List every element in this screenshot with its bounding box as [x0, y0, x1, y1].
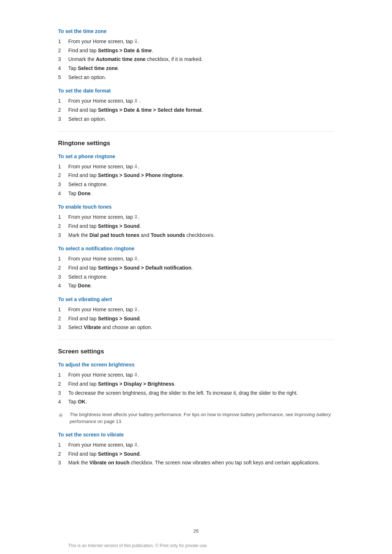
footer-text: This is an Internet version of this publ…: [0, 537, 276, 552]
step-item: 3 Unmark the Automatic time zone checkbo…: [58, 56, 334, 63]
apps-icon: ⠿: [134, 442, 138, 449]
ringtone-settings-section: Ringtone settings To set a phone rington…: [58, 140, 334, 332]
section-divider-2: [58, 340, 334, 340]
page-content: To set the time zone 1 From your Home sc…: [58, 0, 334, 521]
section-touch-tones: To enable touch tones 1 From your Home s…: [58, 204, 334, 239]
apps-icon: ⠿: [134, 98, 138, 105]
step-item: 3 Select a ringtone.: [58, 181, 334, 189]
section-vibrating-alert: To set a vibrating alert 1 From your Hom…: [58, 296, 334, 332]
heading-screen-vibrate: To set the screen to vibrate: [58, 432, 334, 438]
steps-date-format: 1 From your Home screen, tap ⠿ . 2 Find …: [58, 97, 334, 123]
step-item: 3 Select an option.: [58, 115, 334, 123]
step-item: 2 Find and tap Settings > Sound.: [58, 315, 334, 323]
step-item: 2 Find and tap Settings > Sound.: [58, 450, 334, 458]
step-item: 3 To decrease the screen brightness, dra…: [58, 389, 334, 397]
section-notification-ringtone: To select a notification ringtone 1 From…: [58, 246, 334, 290]
step-item: 3 Mark the Dial pad touch tones and Touc…: [58, 231, 334, 239]
step-item: 4 Tap Done.: [58, 282, 334, 290]
heading-touch-tones: To enable touch tones: [58, 204, 334, 210]
step-item: 2 Find and tap Settings > Date & time.: [58, 47, 334, 55]
step-item: 1 From your Home screen, tap ⠿ .: [58, 97, 334, 105]
screen-settings-section: Screen settings To adjust the screen bri…: [58, 348, 334, 467]
heading-date-format: To set the date format: [58, 88, 334, 94]
step-item: 1 From your Home screen, tap ⠿.: [58, 38, 334, 46]
step-item: 2 Find and tap Settings > Date & time > …: [58, 106, 334, 114]
apps-icon: ⠿: [134, 307, 138, 313]
steps-phone-ringtone: 1 From your Home screen, tap ⠿. 2 Find a…: [58, 163, 334, 198]
tip-box-brightness: ✳ The brightness level affects your batt…: [58, 411, 334, 425]
heading-notification-ringtone: To select a notification ringtone: [58, 246, 334, 251]
tip-icon: ✳: [58, 411, 67, 419]
step-item: 3 Select Vibrate and choose an option.: [58, 324, 334, 332]
steps-time-zone: 1 From your Home screen, tap ⠿. 2 Find a…: [58, 38, 334, 81]
ringtone-settings-title: Ringtone settings: [58, 140, 334, 147]
apps-icon: ⠿: [134, 214, 138, 221]
heading-screen-brightness: To adjust the screen brightness: [58, 362, 334, 368]
steps-vibrating-alert: 1 From your Home screen, tap ⠿. 2 Find a…: [58, 306, 334, 332]
step-item: 1 From your Home screen, tap ⠿.: [58, 306, 334, 314]
step-item: 2 Find and tap Settings > Display > Brig…: [58, 380, 334, 388]
step-item: 1 From your Home screen, tap ⠿.: [58, 441, 334, 449]
step-item: 4 Tap Select time zone.: [58, 65, 334, 73]
steps-touch-tones: 1 From your Home screen, tap ⠿. 2 Find a…: [58, 213, 334, 239]
apps-icon: ⠿: [134, 164, 138, 171]
steps-screen-brightness: 1 From your Home screen, tap ⠿. 2 Find a…: [58, 371, 334, 406]
step-item: 3 Mark the Vibrate on touch checkbox. Th…: [58, 459, 334, 467]
step-item: 3 Select a ringtone.: [58, 273, 334, 281]
apps-icon: ⠿: [134, 372, 138, 379]
step-item: 1 From your Home screen, tap ⠿.: [58, 213, 334, 221]
step-item: 2 Find and tap Settings > Sound > Phone …: [58, 172, 334, 180]
step-item: 1 From your Home screen, tap ⠿.: [58, 255, 334, 263]
section-divider: [58, 131, 334, 132]
section-screen-brightness: To adjust the screen brightness 1 From y…: [58, 362, 334, 425]
step-item: 5 Select an option.: [58, 74, 334, 82]
heading-phone-ringtone: To set a phone ringtone: [58, 153, 334, 159]
screen-settings-title: Screen settings: [58, 348, 334, 355]
heading-vibrating-alert: To set a vibrating alert: [58, 296, 334, 302]
tip-text-brightness: The brightness level affects your batter…: [70, 411, 334, 425]
apps-icon: ⠿: [134, 256, 138, 263]
heading-time-zone: To set the time zone: [58, 28, 334, 34]
section-date-format: To set the date format 1 From your Home …: [58, 88, 334, 123]
steps-notification-ringtone: 1 From your Home screen, tap ⠿. 2 Find a…: [58, 255, 334, 290]
step-item: 2 Find and tap Settings > Sound > Defaul…: [58, 264, 334, 272]
step-item: 1 From your Home screen, tap ⠿.: [58, 163, 334, 171]
apps-icon: ⠿: [134, 38, 138, 45]
page-number: 26: [0, 528, 392, 534]
step-item: 4 Tap OK.: [58, 398, 334, 406]
section-phone-ringtone: To set a phone ringtone 1 From your Home…: [58, 153, 334, 198]
steps-screen-vibrate: 1 From your Home screen, tap ⠿. 2 Find a…: [58, 441, 334, 467]
section-time-zone: To set the time zone 1 From your Home sc…: [58, 28, 334, 81]
step-item: 4 Tap Done.: [58, 190, 334, 198]
step-item: 1 From your Home screen, tap ⠿.: [58, 371, 334, 379]
section-screen-vibrate: To set the screen to vibrate 1 From your…: [58, 432, 334, 467]
step-item: 2 Find and tap Settings > Sound.: [58, 222, 334, 230]
